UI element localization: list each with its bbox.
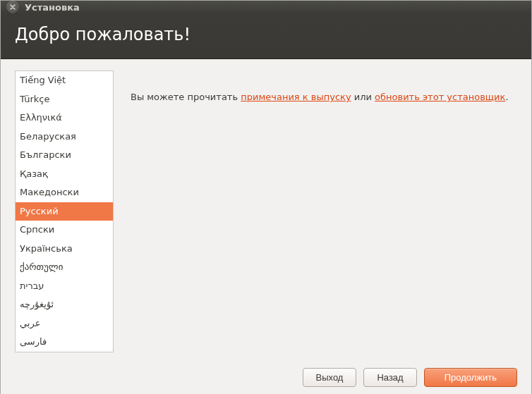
back-button[interactable]: Назад xyxy=(363,368,416,387)
close-button[interactable] xyxy=(6,1,19,13)
language-item[interactable]: Български xyxy=(16,146,113,165)
language-item[interactable]: ئۇيغۇرچە xyxy=(16,295,113,314)
close-icon xyxy=(10,4,16,10)
release-notes-link[interactable]: примечания к выпуску xyxy=(241,92,351,102)
language-item[interactable]: Русский xyxy=(16,202,113,221)
window-title: Установка xyxy=(25,2,80,13)
language-item[interactable]: ქართული xyxy=(16,258,113,277)
language-item[interactable]: Қазақ xyxy=(16,165,113,184)
language-item[interactable]: Türkçe xyxy=(16,90,113,109)
quit-button[interactable]: Выход xyxy=(303,368,357,387)
language-item[interactable]: עברית xyxy=(16,277,113,296)
language-list[interactable]: Tiếng ViệtTürkçeΕλληνικάБеларускаяБългар… xyxy=(15,70,114,352)
text-middle: или xyxy=(351,92,375,102)
language-item[interactable]: عربي xyxy=(16,314,113,333)
continue-button[interactable]: Продолжить xyxy=(424,368,517,387)
text-before: Вы можете прочитать xyxy=(131,92,241,102)
release-notes-text: Вы можете прочитать примечания к выпуску… xyxy=(131,70,517,352)
header: Добро пожаловать! xyxy=(1,13,531,59)
content: Tiếng ViệtTürkçeΕλληνικάБеларускаяБългар… xyxy=(1,59,531,361)
titlebar: Установка xyxy=(1,1,531,13)
language-item[interactable]: Беларуская xyxy=(16,128,113,147)
language-item[interactable]: فارسی xyxy=(16,333,113,352)
installer-window: Установка Добро пожаловать! Tiếng ViệtTü… xyxy=(0,0,532,394)
footer: Выход Назад Продолжить xyxy=(1,361,531,395)
language-item[interactable]: Ελληνικά xyxy=(16,109,113,128)
language-item[interactable]: Српски xyxy=(16,221,113,240)
language-item[interactable]: Українська xyxy=(16,240,113,259)
text-after: . xyxy=(505,92,508,102)
language-item[interactable]: Tiếng Việt xyxy=(16,71,113,90)
update-installer-link[interactable]: обновить этот установщик xyxy=(375,92,505,102)
language-item[interactable]: Македонски xyxy=(16,183,113,202)
page-title: Добро пожаловать! xyxy=(15,25,517,44)
